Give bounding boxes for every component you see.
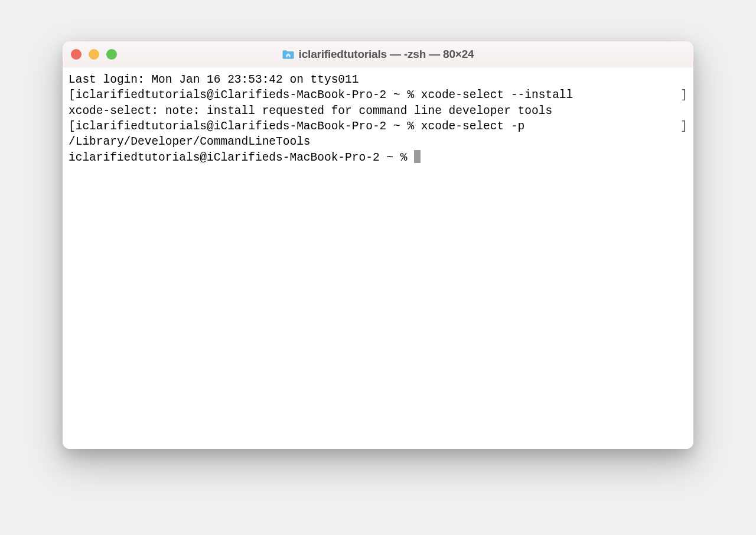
terminal-text: [iclarifiedtutorials@iClarifieds-MacBook… bbox=[69, 87, 573, 103]
terminal-line: iclarifiedtutorials@iClarifieds-MacBook-… bbox=[69, 150, 687, 165]
terminal-text: /Library/Developer/CommandLineTools bbox=[69, 134, 311, 149]
traffic-lights bbox=[71, 49, 117, 60]
title-area: iclarifiedtutorials — -zsh — 80×24 bbox=[63, 48, 693, 61]
titlebar[interactable]: iclarifiedtutorials — -zsh — 80×24 bbox=[63, 41, 693, 67]
terminal-content[interactable]: Last login: Mon Jan 16 23:53:42 on ttys0… bbox=[63, 67, 693, 449]
cursor bbox=[414, 150, 421, 163]
terminal-line: [iclarifiedtutorials@iClarifieds-MacBook… bbox=[69, 87, 687, 103]
terminal-line: Last login: Mon Jan 16 23:53:42 on ttys0… bbox=[69, 72, 687, 87]
terminal-line: [iclarifiedtutorials@iClarifieds-MacBook… bbox=[69, 119, 687, 134]
terminal-line-bracket: ] bbox=[680, 119, 687, 134]
minimize-button[interactable] bbox=[89, 49, 99, 60]
terminal-text: Last login: Mon Jan 16 23:53:42 on ttys0… bbox=[69, 72, 359, 87]
close-button[interactable] bbox=[71, 49, 82, 60]
terminal-window: iclarifiedtutorials — -zsh — 80×24 Last … bbox=[63, 41, 693, 449]
terminal-text: xcode-select: note: install requested fo… bbox=[69, 103, 552, 119]
window-title: iclarifiedtutorials — -zsh — 80×24 bbox=[299, 48, 474, 61]
terminal-text: iclarifiedtutorials@iClarifieds-MacBook-… bbox=[69, 150, 421, 165]
terminal-line: /Library/Developer/CommandLineTools bbox=[69, 134, 687, 149]
home-folder-icon bbox=[282, 50, 294, 59]
terminal-text: [iclarifiedtutorials@iClarifieds-MacBook… bbox=[69, 119, 524, 134]
terminal-line-bracket: ] bbox=[680, 87, 687, 103]
terminal-line: xcode-select: note: install requested fo… bbox=[69, 103, 687, 119]
maximize-button[interactable] bbox=[106, 49, 117, 60]
